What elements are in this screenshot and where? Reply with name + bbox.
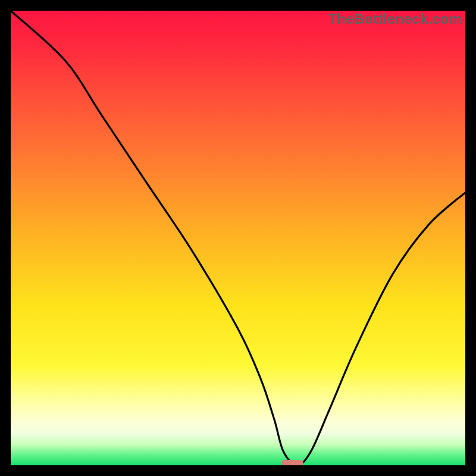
plot-area: TheBottleneck.com — [11, 11, 465, 465]
optimal-marker — [281, 460, 303, 465]
chart-svg — [11, 11, 465, 465]
watermark-text: TheBottleneck.com — [328, 11, 462, 27]
chart-frame: TheBottleneck.com — [0, 0, 476, 476]
